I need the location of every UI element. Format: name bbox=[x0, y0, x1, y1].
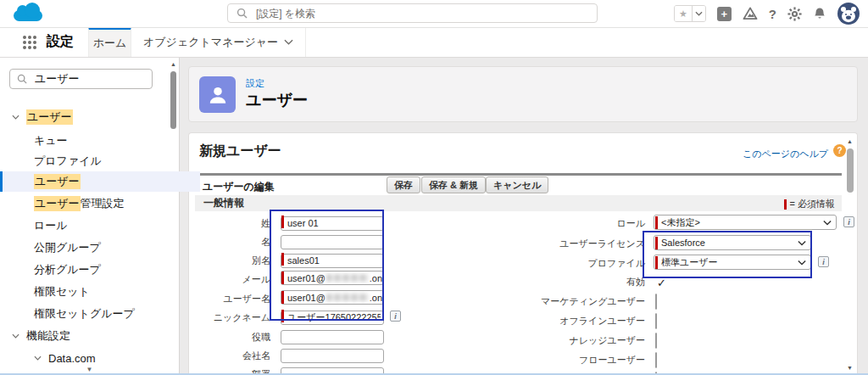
offline-user-checkbox[interactable] bbox=[655, 313, 657, 329]
guidance-center-icon[interactable] bbox=[743, 7, 758, 20]
favorites-caret-icon[interactable] bbox=[692, 6, 705, 21]
add-icon[interactable]: + bbox=[717, 7, 732, 21]
username-input[interactable]: user01@.onr bbox=[281, 290, 384, 305]
chevron-down-icon bbox=[12, 333, 19, 339]
required-legend: = 必須情報 bbox=[784, 198, 835, 210]
required-bar-icon bbox=[281, 215, 284, 228]
notifications-bell-icon[interactable] bbox=[813, 7, 826, 21]
user-license-select[interactable]: Salesforce bbox=[654, 235, 811, 250]
knowledge-user-checkbox[interactable] bbox=[655, 333, 657, 349]
favorites-group: ★ bbox=[674, 5, 706, 22]
chevron-down-icon bbox=[12, 115, 19, 120]
required-bar-icon bbox=[784, 199, 787, 210]
tab-object-manager[interactable]: オブジェクトマネージャー bbox=[131, 27, 306, 57]
section-title: 一般情報 bbox=[203, 196, 244, 210]
content-card: 新規ユーザー このページのヘルプ ? ユーザーの編集 保存 保存 & 新規 キャ… bbox=[188, 132, 858, 375]
required-bar-icon bbox=[281, 291, 284, 304]
sidebar-item-feature-settings[interactable]: 機能設定 bbox=[0, 326, 166, 346]
app-launcher-icon[interactable] bbox=[23, 36, 26, 39]
redacted-text bbox=[326, 274, 369, 282]
chevron-down-icon bbox=[798, 240, 806, 246]
flow-user-checkbox[interactable] bbox=[655, 352, 657, 368]
chevron-down-icon bbox=[34, 355, 42, 361]
sidebar-search-input[interactable] bbox=[33, 72, 145, 87]
required-bar-icon bbox=[655, 256, 658, 269]
info-icon[interactable]: i bbox=[390, 311, 401, 322]
setup-sidebar: ユーザー キュー プロファイル ユーザー ユーザー管理設定 ロール 公開グループ… bbox=[0, 58, 180, 375]
tab-home[interactable]: ホーム bbox=[88, 27, 131, 57]
search-icon bbox=[236, 8, 248, 19]
company-input[interactable] bbox=[281, 349, 384, 363]
alias-input[interactable] bbox=[281, 254, 384, 268]
required-bar-icon bbox=[281, 310, 284, 322]
scrollbar-thumb[interactable] bbox=[847, 148, 854, 193]
selected-indicator bbox=[0, 171, 3, 192]
scrollbar-thumb[interactable] bbox=[170, 71, 176, 129]
chevron-down-icon bbox=[284, 39, 293, 45]
favorites-star-icon[interactable]: ★ bbox=[675, 6, 692, 21]
setup-nav-bar: 設定 ホーム オブジェクトマネージャー bbox=[0, 27, 868, 58]
page-header-card: 設定 ユーザー bbox=[188, 66, 858, 122]
nickname-input[interactable] bbox=[281, 311, 384, 325]
form-title: 新規ユーザー bbox=[199, 143, 281, 160]
sidebar-scrollbar[interactable]: ▲ bbox=[170, 59, 177, 373]
user-object-icon bbox=[199, 76, 236, 113]
cancel-button[interactable]: キャンセル bbox=[486, 176, 548, 193]
global-search[interactable] bbox=[227, 3, 598, 23]
app-name: 設定 bbox=[47, 33, 74, 51]
required-bar-icon bbox=[281, 253, 284, 266]
info-icon[interactable]: i bbox=[818, 256, 829, 267]
main-content: 設定 ユーザー 新規ユーザー このページのヘルプ ? ユーザーの編集 保存 保存… bbox=[180, 58, 868, 375]
profile-select[interactable]: 標準ユーザー bbox=[654, 255, 811, 270]
general-info-section-bar: 一般情報 = 必須情報 bbox=[195, 195, 842, 211]
content-scrollbar[interactable]: ▲ ▼ bbox=[846, 137, 854, 373]
active-checkmark-icon: ✓ bbox=[657, 277, 666, 289]
scroll-up-icon[interactable]: ▲ bbox=[170, 61, 177, 68]
user-avatar[interactable] bbox=[837, 3, 860, 25]
save-button[interactable]: 保存 bbox=[387, 176, 420, 193]
title-input[interactable] bbox=[281, 330, 384, 344]
required-bar-icon bbox=[281, 271, 284, 284]
help-badge-icon[interactable]: ? bbox=[833, 144, 846, 157]
global-search-input[interactable] bbox=[254, 7, 588, 20]
redacted-text bbox=[326, 294, 369, 301]
edit-section-title: ユーザーの編集 bbox=[203, 180, 275, 194]
scroll-up-icon[interactable]: ▲ bbox=[846, 138, 854, 145]
search-icon bbox=[17, 74, 27, 84]
chevron-down-icon bbox=[823, 220, 832, 226]
help-icon[interactable]: ? bbox=[769, 7, 776, 21]
page-help-link[interactable]: このページのヘルプ bbox=[743, 148, 828, 160]
global-header: ★ + ? bbox=[0, 0, 868, 28]
divider bbox=[195, 173, 842, 176]
header-actions: ★ + ? bbox=[674, 0, 860, 27]
required-bar-icon bbox=[655, 237, 658, 249]
marketing-user-checkbox[interactable] bbox=[655, 294, 657, 310]
breadcrumb: 設定 bbox=[246, 77, 264, 90]
salesforce-logo-icon bbox=[14, 10, 42, 21]
sidebar-item-users-group[interactable]: ユーザー bbox=[0, 107, 166, 127]
scroll-down-icon[interactable]: ▼ bbox=[846, 365, 854, 372]
save-and-new-button[interactable]: 保存 & 新規 bbox=[421, 176, 486, 193]
sidebar-search[interactable] bbox=[9, 69, 153, 89]
chevron-down-icon bbox=[798, 260, 806, 266]
last-name-input[interactable] bbox=[281, 216, 384, 231]
required-bar-icon bbox=[655, 216, 658, 229]
scroll-down-icon[interactable]: ▼ bbox=[0, 366, 179, 373]
role-select[interactable]: <未指定> bbox=[654, 215, 837, 230]
setup-gear-icon[interactable] bbox=[787, 7, 802, 21]
email-input[interactable]: user01@.onr bbox=[281, 271, 384, 285]
page-title: ユーザー bbox=[246, 90, 308, 110]
first-name-input[interactable] bbox=[281, 235, 384, 249]
